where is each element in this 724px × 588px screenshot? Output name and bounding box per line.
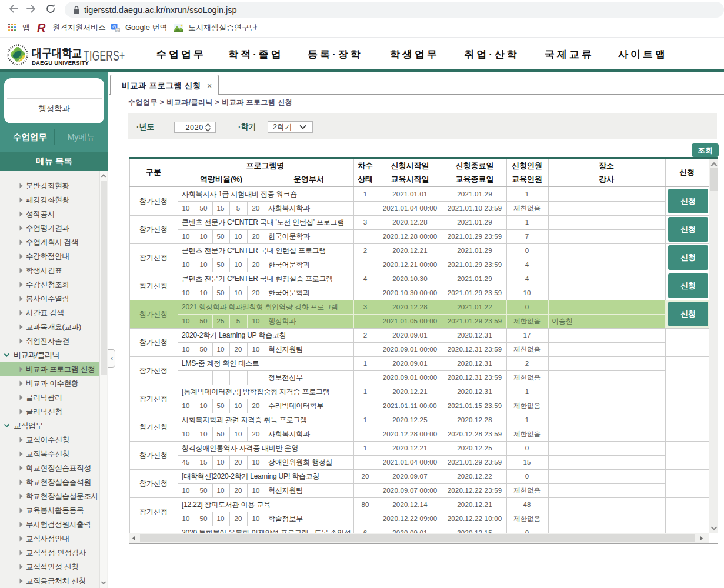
svg-text:文: 文 (116, 28, 120, 32)
